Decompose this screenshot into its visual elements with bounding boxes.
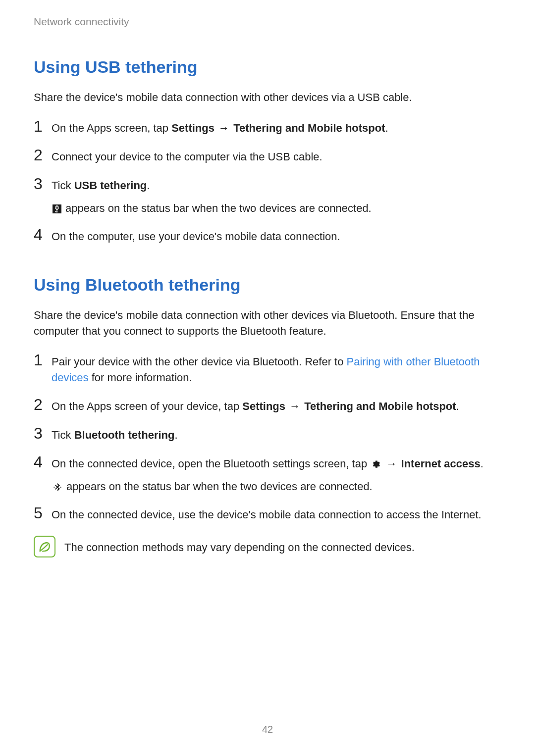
bt-step-1: 1 Pair your device with the other device… xyxy=(34,354,501,386)
step-number: 1 xyxy=(34,118,52,134)
usb-tethering-heading: Using USB tethering xyxy=(34,57,501,77)
tethering-label: Tethering and Mobile hotspot xyxy=(304,400,456,412)
usb-step-2: 2 Connect your device to the computer vi… xyxy=(34,149,501,165)
bt-intro-text: Share the device's mobile data connectio… xyxy=(34,307,501,339)
gear-icon xyxy=(371,459,381,469)
usb-intro-text: Share the device's mobile data connectio… xyxy=(34,90,501,105)
step-number: 2 xyxy=(34,147,52,163)
bluetooth-tethering-heading: Using Bluetooth tethering xyxy=(34,275,501,295)
step-text: . xyxy=(481,457,483,470)
svg-point-2 xyxy=(54,487,54,488)
step-body: On the computer, use your device's mobil… xyxy=(52,229,501,245)
bluetooth-tethering-status-icon xyxy=(53,482,62,492)
step-text: Pair your device with the other device v… xyxy=(52,355,347,368)
usb-tethering-label: USB tethering xyxy=(74,179,147,192)
svg-point-3 xyxy=(60,487,61,488)
step-body: On the connected device, use the device'… xyxy=(52,507,501,523)
bt-step-5: 5 On the connected device, use the devic… xyxy=(34,507,501,523)
arrow-icon: → xyxy=(285,400,304,412)
page-content: Network connectivity Using USB tethering… xyxy=(0,0,535,557)
step-body: On the Apps screen, tap Settings → Tethe… xyxy=(52,120,501,136)
step-number: 4 xyxy=(34,227,52,243)
step-body: On the Apps screen of your device, tap S… xyxy=(52,399,501,414)
page-margin-line xyxy=(26,0,26,32)
step-number: 1 xyxy=(34,352,52,368)
step-text: On the Apps screen, tap xyxy=(52,122,171,134)
settings-label: Settings xyxy=(242,400,285,412)
step-text: Tick xyxy=(52,179,74,192)
step-body: Tick Bluetooth tethering. xyxy=(52,427,501,443)
note-icon xyxy=(34,536,55,557)
note-text: The connection methods may vary dependin… xyxy=(64,536,415,555)
step-text: On the connected device, open the Blueto… xyxy=(52,457,370,470)
usb-step-1: 1 On the Apps screen, tap Settings → Tet… xyxy=(34,120,501,136)
step-body: Connect your device to the computer via … xyxy=(52,149,501,165)
bt-step-4: 4 On the connected device, open the Blue… xyxy=(34,456,501,495)
step-body: On the connected device, open the Blueto… xyxy=(52,456,501,495)
step-body: Pair your device with the other device v… xyxy=(52,354,501,386)
bt-step-3: 3 Tick Bluetooth tethering. xyxy=(34,427,501,443)
step-text: . xyxy=(175,429,178,441)
arrow-icon: → xyxy=(382,457,401,470)
settings-label: Settings xyxy=(171,122,214,134)
step-text: . xyxy=(385,122,388,134)
usb-step-3: 3 Tick USB tethering. appears on the sta… xyxy=(34,178,501,216)
step-body: Tick USB tethering. appears on the statu… xyxy=(52,178,501,216)
step-text: for more information. xyxy=(89,371,192,384)
bt-step-2: 2 On the Apps screen of your device, tap… xyxy=(34,399,501,414)
bt-tethering-label: Bluetooth tethering xyxy=(74,429,175,441)
step-number: 2 xyxy=(34,397,52,412)
internet-access-label: Internet access xyxy=(401,457,481,470)
step-number: 3 xyxy=(34,425,52,441)
svg-point-1 xyxy=(56,211,58,212)
step-sub-text: appears on the status bar when the two d… xyxy=(63,480,373,493)
step-number: 4 xyxy=(34,454,52,470)
step-number: 3 xyxy=(34,176,52,192)
arrow-icon: → xyxy=(214,122,233,134)
step-text: Tick xyxy=(52,429,74,441)
step-sub-text: appears on the status bar when the two d… xyxy=(62,202,372,214)
step-text: On the Apps screen of your device, tap xyxy=(52,400,242,412)
usb-step-4: 4 On the computer, use your device's mob… xyxy=(34,229,501,245)
breadcrumb: Network connectivity xyxy=(34,16,501,28)
page-number: 42 xyxy=(0,724,535,735)
note-box: The connection methods may vary dependin… xyxy=(34,536,501,557)
tethering-label: Tethering and Mobile hotspot xyxy=(233,122,385,134)
step-text: . xyxy=(456,400,459,412)
step-text: . xyxy=(147,179,150,192)
step-number: 5 xyxy=(34,505,52,521)
usb-tethering-status-icon xyxy=(53,204,61,213)
